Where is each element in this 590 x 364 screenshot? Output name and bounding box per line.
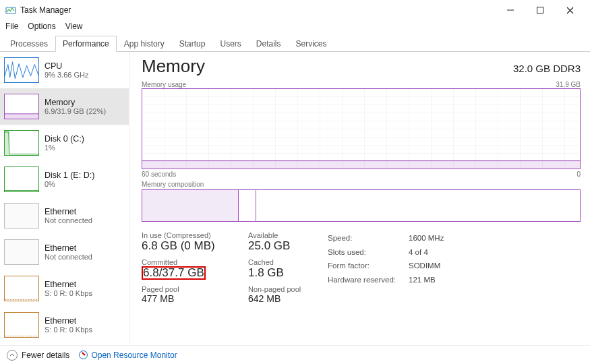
tab-details[interactable]: Details (249, 36, 289, 52)
speed-value: 1600 MHz (409, 231, 444, 245)
open-resource-monitor-link[interactable]: Open Resource Monitor (79, 351, 177, 360)
committed-value: 6.8/37.7 GB (142, 266, 206, 280)
sidebar-item-label: Disk 1 (E: D:) (45, 171, 94, 180)
usage-chart-xzero: 0 (577, 171, 581, 178)
comp-seg-free (256, 190, 580, 221)
page-title: Memory (142, 56, 205, 77)
comp-seg-in-use (142, 190, 239, 221)
hwres-value: 121 MB (409, 273, 436, 287)
sidebar-item-sub: 6.9/31.9 GB (22%) (45, 107, 106, 115)
sidebar-item-cpu[interactable]: CPU 9% 3.66 GHz (0, 52, 129, 88)
total-memory: 32.0 GB DDR3 (513, 63, 581, 74)
paged-label: Paged pool (142, 285, 229, 293)
sidebar-item-sub: 1% (45, 144, 84, 152)
comp-seg-modified (239, 190, 256, 221)
composition-label: Memory composition (142, 181, 204, 188)
performance-pane: Memory 32.0 GB DDR3 Memory usage 31.9 GB… (129, 52, 590, 345)
title-bar: Task Manager (0, 0, 590, 20)
speed-label: Speed: (328, 231, 402, 245)
performance-sidebar: CPU 9% 3.66 GHz Memory 6.9/31.9 GB (22%)… (0, 52, 129, 345)
fewer-details-label: Fewer details (22, 351, 69, 360)
cpu-thumb-icon (4, 57, 39, 83)
usage-fill (142, 160, 580, 169)
menu-options[interactable]: Options (28, 22, 55, 31)
usage-chart-xmax: 60 seconds (142, 171, 176, 178)
sidebar-item-memory[interactable]: Memory 6.9/31.9 GB (22%) (0, 88, 129, 125)
memory-stats: In use (Compressed) 6.8 GB (0 MB) Commit… (142, 231, 581, 309)
svg-rect-5 (5, 114, 38, 119)
footer-bar: Fewer details Open Resource Monitor (0, 345, 590, 364)
memory-composition-chart (142, 189, 581, 222)
sidebar-item-ethernet-1[interactable]: Ethernet Not connected (0, 234, 129, 270)
available-label: Available (248, 231, 309, 239)
ethernet-thumb-icon (4, 276, 39, 301)
tab-services[interactable]: Services (289, 36, 334, 52)
sidebar-item-disk1[interactable]: Disk 1 (E: D:) 0% (0, 161, 129, 198)
tab-performance[interactable]: Performance (55, 36, 117, 52)
ethernet-thumb-icon (4, 239, 39, 265)
sidebar-item-ethernet-0[interactable]: Ethernet Not connected (0, 198, 129, 234)
sidebar-item-sub: 0% (45, 180, 94, 188)
committed-label: Committed (142, 258, 229, 266)
window-controls (496, 1, 585, 20)
sidebar-item-label: Memory (45, 98, 106, 107)
sidebar-item-sub: Not connected (45, 253, 92, 261)
nonpaged-value: 642 MB (248, 293, 309, 304)
paged-value: 477 MB (142, 293, 229, 304)
chevron-up-icon (7, 350, 18, 361)
memory-usage-chart (142, 88, 581, 169)
tab-app-history[interactable]: App history (117, 36, 172, 52)
disk-thumb-icon (4, 166, 39, 192)
tab-startup[interactable]: Startup (172, 36, 213, 52)
cached-label: Cached (248, 258, 309, 266)
slots-label: Slots used: (328, 245, 402, 260)
form-value: SODIMM (409, 259, 440, 273)
svg-rect-7 (5, 131, 9, 156)
maximize-button[interactable] (525, 1, 555, 20)
sidebar-item-label: Ethernet (45, 316, 92, 326)
menu-file[interactable]: File (5, 22, 18, 31)
sidebar-item-ethernet-3[interactable]: Ethernet S: 0 R: 0 Kbps (0, 307, 129, 343)
memory-thumb-icon (4, 94, 39, 119)
sidebar-item-label: Ethernet (45, 280, 92, 289)
window-title: Task Manager (20, 5, 71, 15)
sidebar-item-sub: S: 0 R: 0 Kbps (45, 326, 92, 334)
open-resource-monitor-label: Open Resource Monitor (91, 351, 177, 360)
disk-thumb-icon (4, 130, 39, 156)
svg-rect-2 (537, 7, 543, 13)
sidebar-item-sub: Not connected (45, 216, 92, 224)
usage-chart-label: Memory usage (142, 81, 186, 88)
app-icon (5, 5, 16, 16)
nonpaged-label: Non-paged pool (248, 285, 309, 293)
sidebar-item-sub: S: 0 R: 0 Kbps (45, 289, 92, 297)
sidebar-item-sub: 9% 3.66 GHz (45, 71, 88, 79)
sidebar-item-disk0[interactable]: Disk 0 (C:) 1% (0, 125, 129, 161)
sidebar-item-label: Ethernet (45, 243, 92, 253)
tab-processes[interactable]: Processes (3, 36, 55, 52)
sidebar-item-label: CPU (45, 61, 88, 71)
ethernet-thumb-icon (4, 312, 39, 338)
sidebar-item-label: Ethernet (45, 207, 92, 216)
resource-monitor-icon (79, 351, 88, 359)
minimize-button[interactable] (496, 1, 525, 20)
tab-strip: Processes Performance App history Startu… (0, 35, 590, 52)
usage-chart-ymax: 31.9 GB (556, 81, 581, 88)
tab-users[interactable]: Users (212, 36, 248, 52)
menu-bar: File Options View (0, 20, 590, 35)
close-button[interactable] (555, 1, 585, 20)
hwres-label: Hardware reserved: (328, 273, 402, 287)
cached-value: 1.8 GB (248, 266, 309, 280)
ethernet-thumb-icon (4, 203, 39, 229)
in-use-label: In use (Compressed) (142, 231, 229, 239)
in-use-value: 6.8 GB (0 MB) (142, 239, 229, 253)
menu-view[interactable]: View (65, 22, 83, 31)
available-value: 25.0 GB (248, 239, 309, 253)
slots-value: 4 of 4 (409, 245, 428, 260)
sidebar-item-label: Disk 0 (C:) (45, 134, 84, 144)
sidebar-item-ethernet-2[interactable]: Ethernet S: 0 R: 0 Kbps (0, 270, 129, 307)
form-label: Form factor: (328, 259, 402, 273)
fewer-details-button[interactable]: Fewer details (7, 350, 69, 361)
